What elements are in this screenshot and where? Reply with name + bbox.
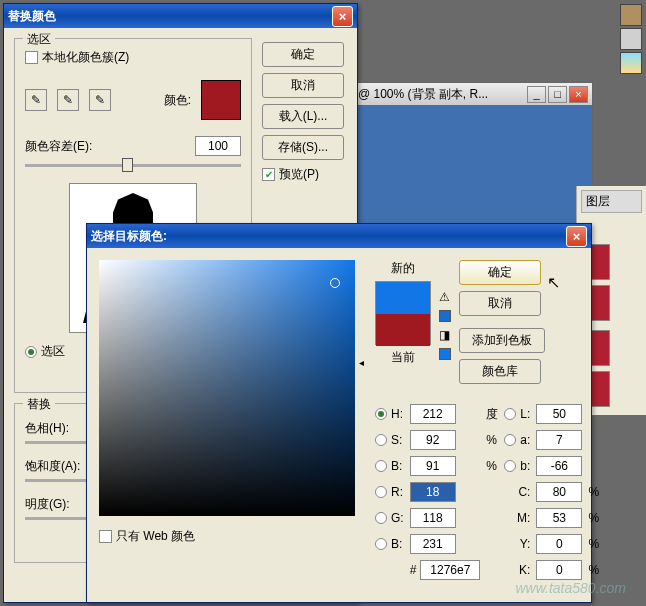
hex-input[interactable] — [420, 560, 480, 580]
g-radio[interactable]: G: — [375, 511, 404, 525]
localize-checkbox[interactable] — [25, 51, 38, 64]
picker-title: 选择目标颜色: — [91, 228, 566, 245]
r-radio[interactable]: R: — [375, 485, 404, 499]
add-swatch-button[interactable]: 添加到色板 — [459, 328, 545, 353]
y-label: Y: — [504, 537, 530, 551]
new-label: 新的 — [375, 260, 431, 277]
fuzziness-input[interactable] — [195, 136, 241, 156]
localize-label: 本地化颜色簇(Z) — [42, 49, 129, 66]
fuzziness-slider[interactable] — [25, 164, 241, 167]
cube-swatch[interactable] — [439, 348, 451, 360]
light-label: 明度(G): — [25, 497, 70, 511]
source-color-swatch[interactable] — [201, 80, 241, 120]
document-title: @ 100% (背景 副本, R... — [358, 86, 488, 103]
maximize-button[interactable]: □ — [548, 86, 567, 103]
document-window: @ 100% (背景 副本, R... _ □ × — [353, 82, 593, 242]
color-picker-titlebar[interactable]: 选择目标颜色: × — [87, 224, 591, 248]
document-canvas[interactable] — [354, 105, 592, 241]
h-radio[interactable]: H: — [375, 407, 404, 421]
save-button[interactable]: 存储(S)... — [262, 135, 344, 160]
warning-swatch[interactable] — [439, 310, 451, 322]
hue-label: 色相(H): — [25, 421, 69, 435]
picker-ok-button[interactable]: 确定 — [459, 260, 541, 285]
cube-icon[interactable]: ◨ — [439, 328, 451, 342]
current-label: 当前 — [375, 349, 431, 366]
top-swatch-bar — [616, 0, 646, 78]
watermark-text: www.tata580.com — [516, 580, 627, 596]
close-icon[interactable]: × — [566, 226, 587, 247]
fuzziness-label: 颜色容差(E): — [25, 138, 187, 155]
m-input[interactable] — [536, 508, 582, 528]
color-label: 颜色: — [164, 92, 191, 109]
h-input[interactable] — [410, 404, 456, 424]
minimize-button[interactable]: _ — [527, 86, 546, 103]
load-button[interactable]: 载入(L)... — [262, 104, 344, 129]
preview-checkbox[interactable]: ✔ — [262, 168, 275, 181]
color-picker-cursor — [330, 278, 340, 288]
s-radio[interactable]: S: — [375, 433, 404, 447]
ok-button[interactable]: 确定 — [262, 42, 344, 67]
y-input[interactable] — [536, 534, 582, 554]
hex-label: # — [410, 563, 417, 577]
a-input[interactable] — [536, 430, 582, 450]
g-input[interactable] — [410, 508, 456, 528]
preview-label: 预览(P) — [279, 166, 319, 183]
cancel-button[interactable]: 取消 — [262, 73, 344, 98]
dialog-title: 替换颜色 — [8, 8, 332, 25]
close-icon[interactable]: × — [332, 6, 353, 27]
document-titlebar[interactable]: @ 100% (背景 副本, R... _ □ × — [354, 83, 592, 105]
fieldset-legend: 替换 — [23, 396, 55, 413]
a-radio[interactable]: a: — [504, 433, 530, 447]
c-label: C: — [504, 485, 530, 499]
eyedropper-icon[interactable]: ✎ — [25, 89, 47, 111]
web-only-checkbox[interactable] — [99, 530, 112, 543]
lab-b-input[interactable] — [536, 456, 582, 476]
bb-input[interactable] — [410, 534, 456, 554]
sat-label: 饱和度(A): — [25, 459, 80, 473]
layers-tab[interactable]: 图层 — [581, 190, 642, 213]
c-input[interactable] — [536, 482, 582, 502]
web-only-label: 只有 Web 颜色 — [116, 528, 195, 545]
l-input[interactable] — [536, 404, 582, 424]
warning-icon[interactable]: ⚠ — [439, 290, 451, 304]
m-label: M: — [504, 511, 530, 525]
l-radio[interactable]: L: — [504, 407, 530, 421]
color-field[interactable] — [99, 260, 355, 516]
color-preview — [375, 281, 431, 345]
picker-cancel-button[interactable]: 取消 — [459, 291, 541, 316]
fieldset-legend: 选区 — [23, 31, 55, 48]
selection-radio[interactable]: 选区 — [25, 343, 65, 360]
k-input[interactable] — [536, 560, 582, 580]
s-input[interactable] — [410, 430, 456, 450]
b-radio[interactable]: B: — [375, 459, 404, 473]
close-button[interactable]: × — [569, 86, 588, 103]
color-picker-dialog: 选择目标颜色: × 只有 Web 颜色 ◂ 新的 — [86, 223, 592, 603]
color-libs-button[interactable]: 颜色库 — [459, 359, 541, 384]
k-label: K: — [504, 563, 530, 577]
bb-radio[interactable]: B: — [375, 537, 404, 551]
eyedropper-add-icon[interactable]: ✎ — [57, 89, 79, 111]
eyedropper-sub-icon[interactable]: ✎ — [89, 89, 111, 111]
replace-color-titlebar[interactable]: 替换颜色 × — [4, 4, 357, 28]
b-input[interactable] — [410, 456, 456, 476]
r-input[interactable] — [410, 482, 456, 502]
lab-b-radio[interactable]: b: — [504, 459, 530, 473]
